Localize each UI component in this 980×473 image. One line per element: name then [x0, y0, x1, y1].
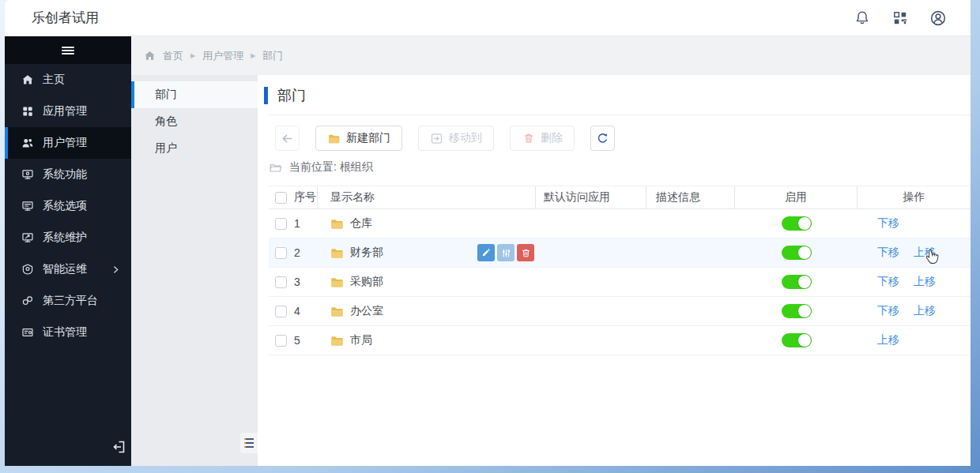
- row-checkbox[interactable]: [275, 218, 287, 230]
- sidebar-item-smart-ops[interactable]: 智能运维: [5, 253, 131, 285]
- table-row: 5市局上移: [269, 326, 971, 355]
- monitor-options-icon: [21, 200, 34, 212]
- column-header-name: 显示名称: [318, 186, 536, 208]
- third-party-icon: [21, 295, 34, 307]
- department-name: 市局: [350, 333, 372, 347]
- move-down-link[interactable]: 下移: [877, 246, 899, 260]
- monitor-gear-icon: [21, 168, 34, 181]
- breadcrumb-separator: ▶: [251, 52, 255, 59]
- move-down-link[interactable]: 下移: [877, 275, 899, 289]
- sidebar-item-label: 主页: [43, 73, 65, 87]
- default-app-cell: [536, 268, 646, 296]
- main-content: 部门: [258, 75, 971, 466]
- column-header-enable: 启用: [735, 186, 858, 208]
- folder-icon: [330, 335, 344, 347]
- move-down-link[interactable]: 下移: [877, 304, 899, 318]
- table-row: 3采购部下移上移: [269, 268, 971, 297]
- select-all-checkbox[interactable]: [275, 192, 287, 204]
- new-department-button[interactable]: 新建部门: [315, 126, 402, 151]
- move-up-link[interactable]: 上移: [914, 246, 936, 260]
- notification-bell-icon[interactable]: [854, 9, 871, 27]
- enable-toggle[interactable]: [782, 246, 812, 260]
- app-header: 乐创者试用: [5, 0, 971, 36]
- row-seq: 2: [294, 238, 318, 267]
- sidebar-item-sys-options[interactable]: 系统选项: [5, 190, 131, 222]
- row-checkbox[interactable]: [275, 276, 287, 288]
- page-title: 部门: [277, 86, 306, 105]
- sidebar-item-third-party[interactable]: 第三方平台: [5, 285, 131, 317]
- department-table: 序号显示名称默认访问应用描述信息启用操作 1仓库下移2财务部下移上移3采购部下移…: [269, 186, 971, 355]
- row-checkbox[interactable]: [275, 335, 287, 347]
- breadcrumb-item[interactable]: 首页: [163, 49, 183, 63]
- description-cell: [646, 326, 735, 355]
- enable-toggle[interactable]: [782, 216, 812, 231]
- subsidebar-collapse-button[interactable]: [240, 433, 258, 453]
- move-to-button[interactable]: 移动到: [418, 126, 494, 151]
- enable-toggle[interactable]: [782, 304, 812, 318]
- hamburger-icon: [62, 45, 74, 56]
- sidebar-item-home[interactable]: 主页: [5, 64, 131, 96]
- refresh-button[interactable]: [590, 126, 615, 151]
- move-to-icon: [430, 132, 443, 145]
- description-cell: [646, 297, 735, 325]
- folder-icon: [330, 276, 344, 288]
- department-name: 采购部: [350, 275, 383, 289]
- column-header-ops: 操作: [858, 186, 971, 208]
- smart-ops-icon: [21, 263, 34, 276]
- row-checkbox[interactable]: [275, 306, 287, 317]
- folder-open-icon: [269, 161, 282, 175]
- row-checkbox[interactable]: [275, 247, 287, 259]
- sidebar-item-label: 系统功能: [43, 167, 87, 182]
- folder-icon: [330, 218, 344, 230]
- sidebar-item-apps[interactable]: 应用管理: [5, 96, 131, 127]
- enable-toggle[interactable]: [782, 275, 812, 289]
- sidebar-item-sys-func[interactable]: 系统功能: [5, 159, 131, 190]
- move-up-link[interactable]: 上移: [914, 275, 936, 289]
- home-icon: [21, 73, 34, 86]
- home-icon: [144, 50, 156, 62]
- title-accent-bar: [264, 87, 268, 104]
- sidebar-menu-toggle[interactable]: [5, 36, 131, 64]
- move-up-link[interactable]: 上移: [877, 333, 899, 347]
- subnav-item-dept[interactable]: 部门: [131, 81, 258, 108]
- move-up-link[interactable]: 上移: [914, 304, 936, 318]
- back-button[interactable]: [275, 126, 300, 151]
- subnav-item-role[interactable]: 角色: [131, 108, 258, 135]
- row-seq: 3: [294, 268, 318, 296]
- folder-icon: [330, 306, 344, 317]
- divider: [269, 114, 971, 115]
- breadcrumb-item[interactable]: 部门: [262, 49, 283, 63]
- description-cell: [646, 209, 735, 238]
- qr-code-icon[interactable]: [891, 9, 909, 27]
- default-app-cell: [536, 209, 646, 238]
- table-row: 1仓库下移: [269, 209, 971, 238]
- apps-icon: [21, 105, 34, 118]
- row-action-buttons: [477, 244, 534, 261]
- delete-button[interactable]: 删除: [510, 126, 575, 151]
- sidebar-collapse-button[interactable]: [111, 439, 127, 455]
- column-header-desc: 描述信息: [646, 186, 735, 208]
- row-config-button[interactable]: [497, 244, 514, 261]
- sidebar-item-label: 系统维护: [43, 231, 87, 245]
- sidebar-item-label: 证书管理: [43, 325, 87, 340]
- sidebar-item-sys-maint[interactable]: 系统维护: [5, 222, 131, 253]
- breadcrumb-separator: ▶: [190, 52, 195, 59]
- certificate-icon: [21, 326, 34, 339]
- breadcrumb-item[interactable]: 用户管理: [202, 49, 243, 63]
- sidebar-item-cert[interactable]: 证书管理: [5, 317, 131, 348]
- row-delete-button[interactable]: [517, 244, 534, 261]
- sidebar-item-label: 用户管理: [43, 136, 87, 150]
- department-name: 仓库: [350, 216, 372, 231]
- user-avatar-icon[interactable]: [929, 9, 947, 27]
- enable-toggle[interactable]: [782, 333, 812, 347]
- subnav-item-label: 部门: [155, 88, 177, 102]
- delete-label: 删除: [541, 131, 563, 145]
- row-edit-button[interactable]: [477, 244, 495, 261]
- move-down-link[interactable]: 下移: [877, 216, 899, 231]
- default-app-cell: [536, 326, 646, 355]
- description-cell: [646, 238, 735, 267]
- sidebar-item-users[interactable]: 用户管理: [5, 127, 131, 159]
- table-row: 4办公室下移上移: [269, 297, 971, 326]
- subnav-item-label: 角色: [155, 114, 177, 129]
- subnav-item-user[interactable]: 用户: [131, 135, 258, 162]
